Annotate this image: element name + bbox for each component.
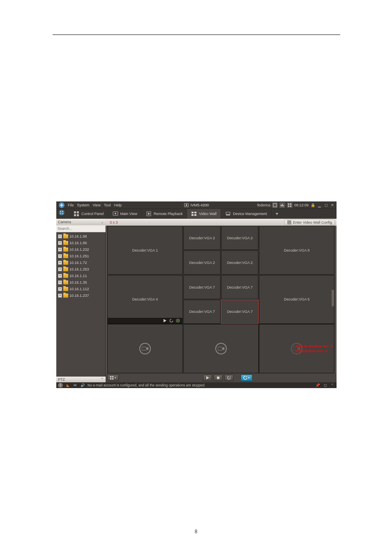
ptz-label: PTZ xyxy=(58,377,65,382)
expand-icon[interactable]: + xyxy=(58,261,62,265)
wall-cell-empty-2[interactable] xyxy=(183,324,259,373)
expand-icon[interactable]: + xyxy=(58,280,62,284)
wall-cell-vga5[interactable]: Decoder:VGA 5 xyxy=(259,275,334,324)
mail-icon[interactable]: ✉ xyxy=(73,383,78,388)
enter-video-wall-config-button[interactable]: Enter Video Wall Config xyxy=(284,220,335,225)
wall-cell-vga1[interactable]: Decoder:VGA 1 xyxy=(107,226,183,275)
cell-label: Decoder:VGA 1 xyxy=(132,248,158,252)
wall-cell-vga7-a[interactable]: Decoder:VGA 7 xyxy=(183,275,221,299)
menu-system[interactable]: System xyxy=(77,203,90,207)
refresh-all-button[interactable] xyxy=(224,375,233,381)
current-user: federica xyxy=(257,203,270,207)
tabs-overflow[interactable] xyxy=(272,209,282,218)
layout-icon[interactable] xyxy=(287,202,293,208)
wall-cell-vga8[interactable]: Decoder:VGA 8 xyxy=(259,226,334,275)
wall-cell-vga2-d[interactable]: Decoder:VGA 2 xyxy=(221,250,258,275)
svg-marker-33 xyxy=(146,347,148,350)
svg-rect-23 xyxy=(191,212,194,213)
collapse-icon[interactable]: ⌃ xyxy=(330,383,335,388)
wall-cell-empty-1[interactable] xyxy=(107,324,183,373)
layout-picker-button[interactable]: ▾ xyxy=(107,375,119,381)
menu-tool[interactable]: Tool xyxy=(104,203,111,207)
folder-icon xyxy=(63,254,68,258)
wall-layout-select[interactable]: 3 x 3 xyxy=(107,220,120,224)
wall-cell-vga7-c[interactable]: Decoder:VGA 7 xyxy=(183,300,221,324)
tree-node[interactable]: +10.16.1.98 xyxy=(56,233,105,240)
play-all-button[interactable] xyxy=(203,375,212,381)
refresh-icon[interactable] xyxy=(169,319,173,323)
menu-view[interactable]: View xyxy=(93,203,101,207)
menu-help[interactable]: Help xyxy=(114,203,122,207)
expand-icon[interactable]: + xyxy=(58,294,62,298)
svg-rect-32 xyxy=(142,347,146,350)
expand-icon[interactable]: + xyxy=(58,247,62,252)
tab-home-icon[interactable] xyxy=(56,209,67,216)
tab-main-view[interactable]: Main View xyxy=(108,209,142,218)
expand-icon[interactable]: + xyxy=(58,241,62,245)
wall-cell-vga7-d-selected[interactable]: Decoder:VGA 7 xyxy=(221,300,258,324)
camera-panel-header[interactable]: Camera ⌄ xyxy=(56,219,106,225)
play-icon[interactable] xyxy=(163,319,167,323)
svg-rect-40 xyxy=(110,378,111,379)
tree-node[interactable]: +10.16.1.35 xyxy=(56,279,105,286)
tree-node[interactable]: +10.16.1.72 xyxy=(56,259,105,266)
wall-bottom-bar: ▾ ▾ xyxy=(106,373,337,382)
svg-rect-12 xyxy=(62,211,63,212)
tab-remote-playback[interactable]: Remote Playback xyxy=(142,209,187,218)
alert-icon[interactable]: ! xyxy=(58,383,63,388)
sound-icon[interactable]: 🔊 xyxy=(80,383,85,388)
cell-label: Decoder:VGA 2 xyxy=(189,261,215,265)
expand-icon[interactable]: + xyxy=(58,234,62,238)
expand-icon[interactable]: + xyxy=(58,267,62,271)
config-button-label: Enter Video Wall Config xyxy=(293,220,332,224)
scroll-handle[interactable] xyxy=(332,290,334,306)
tree-label: 10.16.1.86 xyxy=(69,241,87,245)
close-cell-icon[interactable] xyxy=(176,319,180,323)
tab-video-wall[interactable]: Video Wall xyxy=(187,209,221,218)
wall-cell-vga2-c[interactable]: Decoder:VGA 2 xyxy=(183,250,221,275)
tree-label: 10.16.1.72 xyxy=(69,261,87,265)
close-button[interactable]: ✕ xyxy=(330,203,335,208)
tree-node[interactable]: +10.16.1.253 xyxy=(56,266,105,273)
wall-cell-annotation[interactable]: This is window NO: 5 Subwindow NO: 4 xyxy=(259,324,334,373)
annotation-line2: Subwindow NO: 4 xyxy=(295,349,333,354)
wall-cell-vga2-a[interactable]: Decoder:VGA 2 xyxy=(183,226,221,250)
svg-rect-38 xyxy=(110,376,111,377)
minimize-button[interactable]: ▁ xyxy=(317,203,322,208)
motion-icon[interactable]: ◣ xyxy=(65,383,70,388)
svg-rect-14 xyxy=(62,213,63,214)
tab-device-management[interactable]: Device Management xyxy=(221,209,272,218)
cell-label: Decoder:VGA 4 xyxy=(132,297,158,301)
menu-file[interactable]: File xyxy=(68,203,74,207)
restore-icon[interactable]: ◻ xyxy=(323,383,327,388)
wall-cell-vga2-b[interactable]: Decoder:VGA 2 xyxy=(221,226,258,250)
svg-rect-34 xyxy=(218,347,222,350)
ptz-panel-header[interactable]: PTZ ⌃ xyxy=(56,377,106,382)
expand-icon[interactable]: + xyxy=(58,254,62,258)
cpu-icon[interactable] xyxy=(272,202,278,208)
lock-icon[interactable]: 🔒 xyxy=(310,203,315,208)
tree-label: 10.16.1.98 xyxy=(69,234,87,238)
tree-node[interactable]: +10.16.1.251 xyxy=(56,253,105,259)
maximize-button[interactable]: ◻ xyxy=(323,203,328,208)
tree-node[interactable]: +10.16.1.232 xyxy=(56,246,105,253)
tree-node[interactable]: +10.16.1.112 xyxy=(56,286,105,292)
search-input[interactable] xyxy=(56,225,105,232)
expand-icon[interactable]: + xyxy=(58,287,62,291)
cell-toolbar xyxy=(108,318,182,324)
expand-icon[interactable]: + xyxy=(58,274,62,278)
tree-node[interactable]: +10.16.1.11 xyxy=(56,273,105,279)
stop-all-button[interactable] xyxy=(214,375,223,381)
pin-icon[interactable]: 📌 xyxy=(315,383,320,388)
net-icon[interactable] xyxy=(279,202,285,208)
tree-label: 10.16.1.232 xyxy=(69,247,89,252)
tree-label: 10.16.1.112 xyxy=(69,287,89,291)
tree-node[interactable]: +10.16.1.237 xyxy=(56,292,105,299)
wall-cell-vga7-b[interactable]: Decoder:VGA 7 xyxy=(221,275,258,299)
wall-cell-vga4[interactable]: Decoder:VGA 4 xyxy=(107,275,183,324)
tab-control-panel[interactable]: Control Panel xyxy=(69,209,108,218)
tree-node[interactable]: +10.16.1.86 xyxy=(56,240,105,246)
cycle-button[interactable]: ▾ xyxy=(241,375,252,381)
app-logo xyxy=(58,201,65,209)
selection-annotation: This is window NO: 5 Subwindow NO: 4 xyxy=(295,344,333,354)
